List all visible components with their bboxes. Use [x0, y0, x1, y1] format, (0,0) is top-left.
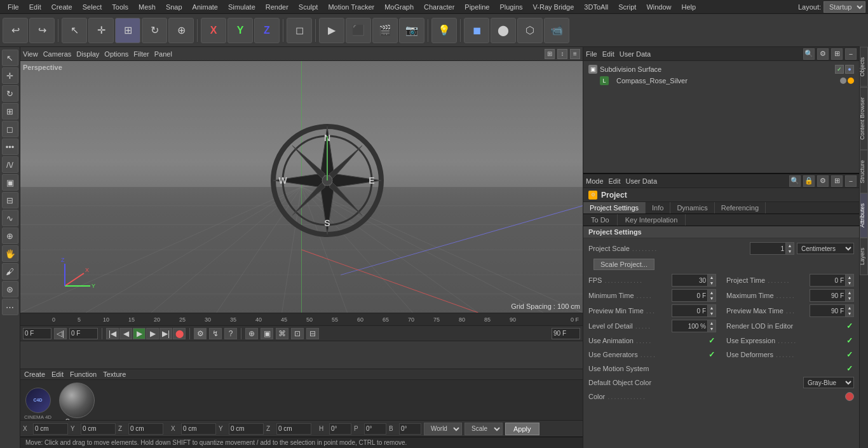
lt-move-btn[interactable]: ✛ [2, 67, 18, 84]
menu-sculpt[interactable]: Sculpt [294, 2, 323, 12]
p-input[interactable] [364, 423, 386, 435]
om-file-menu[interactable]: File [586, 50, 597, 58]
preview-min-spinner[interactable]: ▲ ▼ [672, 304, 716, 317]
right-tab-structure[interactable]: Structure [860, 150, 868, 194]
lod-spinner[interactable]: ▲ ▼ [672, 320, 716, 332]
vp-menu-panel[interactable]: Panel [154, 50, 172, 58]
attr-lock-btn[interactable]: 🔒 [803, 175, 815, 187]
mat-create-menu[interactable]: Create [24, 370, 45, 378]
color-swatch[interactable] [845, 392, 854, 401]
lod-input[interactable] [672, 320, 707, 332]
select-button[interactable]: ↖ [62, 18, 87, 43]
fps-input[interactable] [672, 275, 707, 286]
h-input[interactable] [329, 423, 351, 435]
y-rot-input[interactable] [229, 423, 264, 435]
frame-current-input[interactable] [69, 328, 98, 339]
sphere-button[interactable]: ⬤ [491, 18, 516, 43]
vp-menu-display[interactable]: Display [76, 50, 99, 58]
material-item[interactable]: Compas [59, 383, 95, 425]
max-time-input[interactable] [810, 290, 845, 301]
lt-snap-btn[interactable]: ⊕ [2, 227, 18, 244]
x-rot-input[interactable] [181, 423, 216, 435]
scale-unit-select[interactable]: Centimeters [797, 243, 854, 254]
preview-max-spinner[interactable]: ▲ ▼ [810, 304, 854, 317]
vp-expand-btn[interactable]: ⊞ [545, 49, 555, 59]
prev-min-up[interactable]: ▲ [708, 305, 715, 311]
playback-btn[interactable]: ⊡ [291, 328, 304, 339]
tab-key-interpolation[interactable]: Key Interpolation [618, 214, 686, 226]
obj-item-subdivision[interactable]: ▣ Subdivision Surface ✓ ● [586, 64, 857, 75]
max-time-down[interactable]: ▼ [846, 295, 853, 301]
move-button[interactable]: ✛ [88, 18, 114, 43]
render-button[interactable]: ▶ [319, 18, 344, 43]
mat-function-menu[interactable]: Function [70, 370, 97, 378]
render-lod-check[interactable]: ✓ [845, 322, 854, 330]
lt-scale-btn[interactable]: ⊞ [2, 103, 18, 119]
use-generators-check[interactable]: ✓ [707, 350, 716, 359]
menu-animate[interactable]: Animate [187, 2, 223, 12]
step-back-btn[interactable]: ◀ [119, 328, 132, 339]
undo-button[interactable]: ↩ [3, 18, 28, 43]
scale-up-arrow[interactable]: ▲ [786, 243, 794, 248]
menu-window[interactable]: Window [641, 2, 676, 12]
preview-end-input[interactable] [552, 328, 580, 339]
om-collapse-btn[interactable]: − [845, 48, 857, 60]
motion-btn[interactable]: ↯ [209, 328, 222, 339]
right-tab-layers[interactable]: Layers [860, 238, 868, 275]
frame-start-input[interactable] [23, 328, 51, 339]
fps-down[interactable]: ▼ [708, 280, 715, 286]
lt-edge-btn[interactable]: /\/ [2, 156, 18, 173]
tab-project-settings[interactable]: Project Settings [583, 202, 646, 214]
vp-menu-cameras[interactable]: Cameras [43, 50, 72, 58]
right-tab-attributes[interactable]: Attributes [860, 193, 868, 238]
material-ball[interactable] [59, 383, 95, 418]
prev-min-down[interactable]: ▼ [708, 311, 715, 316]
apply-button[interactable]: Apply [505, 423, 539, 435]
render-view-button[interactable]: 🎬 [372, 18, 398, 43]
attr-search-btn[interactable]: 🔍 [789, 175, 801, 187]
lt-obj-btn[interactable]: ◻ [2, 121, 18, 137]
menu-character[interactable]: Character [419, 2, 459, 12]
lod-down[interactable]: ▼ [708, 326, 715, 332]
x-pos-input[interactable] [33, 423, 68, 435]
lt-more-btn[interactable]: ⋯ [2, 299, 18, 315]
min-time-down[interactable]: ▼ [708, 295, 715, 301]
scale-val-input[interactable] [750, 243, 785, 254]
play-btn[interactable]: ▶ [133, 328, 146, 339]
scale-down-arrow[interactable]: ▼ [786, 248, 794, 254]
om-userdata-menu[interactable]: User Data [620, 50, 651, 58]
menu-mograph[interactable]: MoGraph [379, 2, 419, 12]
vp-arrows-btn[interactable]: ↕ [557, 49, 567, 59]
menu-3dtoall[interactable]: 3DToAll [579, 2, 613, 12]
project-time-spinner[interactable]: ▲ ▼ [810, 274, 854, 287]
menu-snap[interactable]: Snap [161, 2, 187, 12]
vp-menu-view[interactable]: View [23, 50, 38, 58]
menu-render[interactable]: Render [261, 2, 294, 12]
mat-texture-menu[interactable]: Texture [103, 370, 126, 378]
max-time-up[interactable]: ▲ [846, 290, 853, 295]
render-region-button[interactable]: ⬛ [346, 18, 371, 43]
attr-edit-menu[interactable]: Edit [609, 177, 621, 185]
tab-referencing[interactable]: Referencing [715, 202, 766, 214]
step-fwd-btn[interactable]: ▶ [146, 328, 159, 339]
lt-point-btn[interactable]: ••• [2, 139, 18, 155]
layout-select[interactable]: Startup [824, 1, 865, 13]
lt-paint-btn[interactable]: 🖌 [2, 263, 18, 280]
fps-spinner[interactable]: ▲ ▼ [672, 274, 716, 287]
menu-pipeline[interactable]: Pipeline [459, 2, 494, 12]
redo-button[interactable]: ↪ [29, 18, 55, 43]
camera-button[interactable]: 📹 [544, 18, 569, 43]
light-button[interactable]: 💡 [431, 18, 457, 43]
scale-select[interactable]: Scale [465, 423, 503, 435]
prev-max-down[interactable]: ▼ [846, 311, 853, 316]
menu-script[interactable]: Script [613, 2, 641, 12]
axis-y-button[interactable]: Y [227, 18, 253, 43]
preview-min-input[interactable] [672, 305, 707, 316]
rotate-button[interactable]: ↻ [142, 18, 167, 43]
lod-up[interactable]: ▲ [708, 320, 715, 326]
lt-select-btn[interactable]: ↖ [2, 50, 18, 66]
scale-project-button[interactable]: Scale Project... [593, 259, 654, 270]
viewport-canvas[interactable]: Perspective [20, 61, 583, 313]
preview-max-input[interactable] [810, 305, 845, 316]
z-pos-input[interactable] [128, 423, 163, 435]
